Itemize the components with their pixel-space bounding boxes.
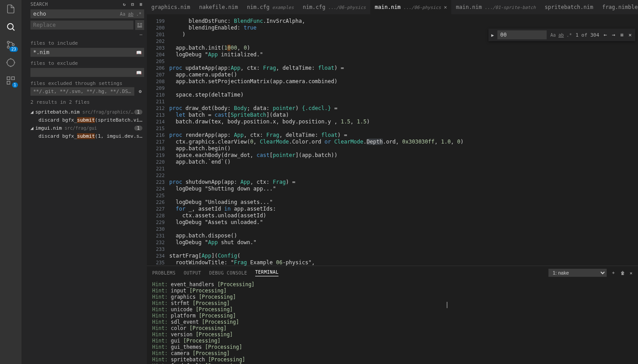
find-word-icon[interactable]: ab: [558, 33, 564, 38]
terminal-line: Hint: color [Processing]: [152, 325, 633, 331]
line-number: 219: [147, 152, 165, 159]
close-icon[interactable]: ✕: [444, 4, 447, 10]
terminal-line: Hint: gui [Processing]: [152, 338, 633, 344]
code-line: app.batch.setProjectionMatrix(app.camera…: [169, 78, 638, 85]
excluded-settings-label: files excluded through settings: [21, 78, 147, 87]
result-filepath: src/frag/gui: [64, 126, 134, 131]
regex-icon[interactable]: .*: [136, 12, 141, 17]
tab-sublabel: .../06-physics: [403, 5, 441, 10]
find-regex-icon[interactable]: .*: [566, 33, 572, 38]
line-number: 222: [147, 172, 165, 179]
editor-tab[interactable]: spritebatch.nim: [540, 0, 598, 14]
line-number: 234: [147, 253, 165, 259]
sidebar-search: SEARCH ↻ ⊟ ≣ Aa ab .*: [21, 0, 147, 364]
replace-input[interactable]: [33, 22, 131, 28]
bottom-panel: PROBLEMSOUTPUTDEBUG CONSOLETERMINAL 1: n…: [147, 266, 638, 364]
panel-tab[interactable]: PROBLEMS: [152, 271, 176, 275]
debug-icon[interactable]: [5, 57, 16, 68]
terminal-line: Hint: camera [Processing]: [152, 350, 633, 356]
collapse-icon[interactable]: ⊟: [131, 2, 134, 7]
code-line: app.camera.update(): [169, 72, 638, 78]
book-icon[interactable]: 📖: [136, 50, 141, 55]
book-icon-2[interactable]: 📖: [136, 70, 141, 75]
find-selection-icon[interactable]: ≡: [619, 32, 624, 38]
find-close-icon[interactable]: ✕: [628, 32, 633, 38]
result-line[interactable]: discard bgfx_submit(spriteBatch.view, sp…: [21, 116, 147, 124]
replace-input-wrap: [30, 21, 133, 30]
toggle-details-icon[interactable]: ⋯: [139, 32, 142, 38]
editor-tab[interactable]: nim.cfgexamples: [242, 0, 298, 14]
find-toggle-icon[interactable]: ▶: [491, 33, 494, 38]
result-count: 1: [134, 110, 142, 114]
code-editor[interactable]: 1992002012022032042052062072082092102112…: [147, 14, 638, 266]
svg-point-3: [7, 46, 9, 48]
word-icon[interactable]: ab: [128, 12, 133, 17]
line-number: 226: [147, 199, 165, 206]
scm-icon[interactable]: 23: [5, 39, 16, 50]
code-line: logDebug "App initialized.": [169, 51, 638, 58]
terminal-new-icon[interactable]: ＋: [611, 270, 616, 276]
line-number: 204: [147, 51, 165, 58]
refresh-icon[interactable]: ↻: [123, 2, 126, 7]
line-number: 227: [147, 206, 165, 212]
find-prev-icon[interactable]: ←: [603, 32, 608, 38]
excludes-input[interactable]: [33, 69, 136, 76]
ext-badge: 1: [12, 82, 18, 88]
editor-tab[interactable]: main.nim.../06-physics✕: [370, 0, 451, 14]
code-line: [169, 246, 638, 253]
find-case-icon[interactable]: Aa: [550, 33, 556, 38]
result-file[interactable]: ◢spritebatch.nimsrc/frag/graphics/two_d1: [21, 108, 147, 116]
line-number: 202: [147, 38, 165, 45]
find-input[interactable]: [497, 30, 547, 39]
code-line: [169, 172, 638, 179]
line-number: 218: [147, 145, 165, 152]
code-line: app.batch.init(1000, 0): [169, 45, 638, 51]
code-line: space.eachBody(draw_dot, cast[pointer](a…: [169, 152, 638, 159]
panel-tab[interactable]: OUTPUT: [184, 271, 201, 275]
editor-tab[interactable]: graphics.nim: [147, 0, 195, 14]
line-number: 213: [147, 112, 165, 119]
editor-tab[interactable]: nim.cfg.../06-physics: [298, 0, 370, 14]
result-file[interactable]: ◢imgui.nimsrc/frag/gui1: [21, 124, 147, 132]
search-icon[interactable]: [5, 21, 16, 32]
replace-all-button[interactable]: [135, 20, 144, 30]
code-line: batch.draw(tex, body.position.x, body.po…: [169, 119, 638, 125]
panel-close-icon[interactable]: ✕: [629, 271, 633, 275]
extensions-icon[interactable]: 1: [5, 75, 16, 86]
terminal-output[interactable]: Hint: event_handlers [Processing]Hint: i…: [147, 279, 638, 364]
line-number: 203: [147, 45, 165, 51]
explorer-icon[interactable]: [5, 4, 16, 14]
editor-tab[interactable]: main.nim.../01-sprite-batch: [451, 0, 540, 14]
line-number: 230: [147, 226, 165, 233]
code-line: app.batch.begin(): [169, 145, 638, 152]
svg-point-4: [12, 44, 14, 46]
svg-rect-11: [12, 77, 14, 80]
svg-point-2: [7, 41, 9, 43]
line-number: 235: [147, 259, 165, 266]
code-line: logDebug "Assets unloaded.": [169, 219, 638, 226]
panel-tab[interactable]: DEBUG CONSOLE: [209, 271, 247, 275]
line-number: 221: [147, 165, 165, 172]
editor-tab[interactable]: frag.nimble: [598, 0, 638, 14]
find-next-icon[interactable]: →: [611, 32, 616, 38]
code-line: [169, 192, 638, 199]
terminal-kill-icon[interactable]: 🗑: [621, 271, 625, 275]
terminal-select[interactable]: 1: nake: [548, 269, 607, 277]
excludes-label: files to exclude: [21, 58, 147, 67]
search-input[interactable]: [33, 11, 120, 17]
code-line: proc updateApp(app:App, ctx: Frag, delta…: [169, 65, 638, 72]
line-number: 215: [147, 125, 165, 132]
gear-icon[interactable]: ⚙: [136, 89, 144, 94]
find-result-count: 1 of 304: [575, 32, 599, 38]
line-number: 210: [147, 92, 165, 98]
clear-icon[interactable]: ≣: [139, 2, 142, 7]
terminal-line: Hint: gui_themes [Processing]: [152, 344, 633, 350]
panel-tab[interactable]: TERMINAL: [255, 270, 278, 276]
case-icon[interactable]: Aa: [120, 12, 125, 17]
tab-sublabel: examples: [272, 5, 294, 10]
result-line[interactable]: discard bgfx_submit(1, imgui.dev.sph, 0,…: [21, 132, 147, 140]
line-number: 217: [147, 139, 165, 145]
editor-tab[interactable]: nakefile.nim: [195, 0, 243, 14]
svg-rect-12: [7, 81, 10, 84]
includes-input[interactable]: [33, 49, 136, 55]
